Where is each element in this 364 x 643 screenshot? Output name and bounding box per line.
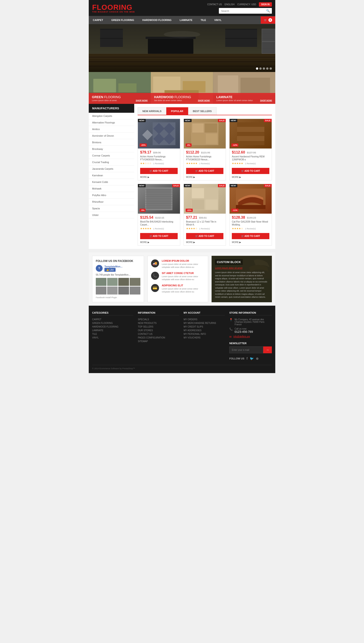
facebook-title: FOLLOW US ON FACEBOOK (96, 260, 140, 263)
hero-dot-4[interactable] (266, 67, 268, 70)
newsletter-submit-button[interactable]: → (263, 346, 272, 353)
rss-social-icon[interactable]: ⊛ (256, 357, 259, 360)
product-price-2: $112.20 (186, 150, 199, 154)
product-name-6: Cal-Flor GA12039 Stair Nose Wood Molding… (232, 220, 269, 226)
sidebar-item-axminster[interactable]: Axminster of Devon (89, 133, 134, 139)
footer-link-laminate[interactable]: LAMINATE (92, 329, 133, 332)
sidebar-item-rhinofloor[interactable]: Rhinofloor (89, 199, 134, 205)
nav-item-tile[interactable]: TILE (196, 16, 210, 24)
logo: FLOORING THE BIGGEST CHOICE ON THE WEB (92, 3, 135, 13)
sidebar-item-kersaint[interactable]: Kersaint Cobb (89, 179, 134, 185)
sidebar-title: MANUFACTURERS (89, 104, 134, 113)
search-button[interactable]: 🔍 (264, 8, 272, 14)
footer-link-vinyl[interactable]: VINYL (92, 336, 133, 339)
tab-best-sellers[interactable]: BEST SELLERS (188, 107, 216, 115)
add-to-cart-button-4[interactable]: 🛒 ADD TO CART (140, 233, 178, 239)
tab-new-arrivals[interactable]: NEW ARRIVALS (138, 107, 166, 115)
twitter-social-icon[interactable]: 🐦 (250, 357, 254, 360)
facebook-social-icon[interactable]: f (246, 357, 248, 360)
footer-link-my-orders[interactable]: MY ORDERS (184, 318, 225, 321)
add-to-cart-button-2[interactable]: 🛒 ADD TO CART (186, 168, 224, 174)
store-email-link[interactable]: info@deflink.org (234, 335, 250, 338)
footer: CATEGORIES CARPET GREEN FLOORING HARDWOO… (89, 306, 275, 373)
footer-link-credit-slips[interactable]: MY CREDIT SLIPS (184, 325, 225, 328)
nav-item-green-flooring[interactable]: GREEN FLOORING (107, 16, 138, 24)
hero-dot-5[interactable] (270, 67, 272, 70)
sidebar-item-spacia[interactable]: Spacia (89, 205, 134, 212)
add-to-cart-button-5[interactable]: 🛒 ADD TO CART (186, 233, 224, 239)
hero-dot-2[interactable] (259, 67, 262, 70)
sidebar-item-cormar[interactable]: Cormar Carpets (89, 152, 134, 159)
footer-link-hardwood[interactable]: HARDWOOD FLOORING (92, 325, 133, 328)
sidebar-item-ulster[interactable]: Ulster (89, 212, 134, 219)
more-link-1[interactable]: MORE ▶ (138, 176, 180, 180)
cart-button[interactable]: 🛒 0 (261, 17, 275, 24)
more-link-3[interactable]: MORE ▶ (230, 176, 272, 180)
more-link-5[interactable]: MORE ▶ (184, 241, 226, 245)
footer-link-our-stores[interactable]: OUR STORES (138, 329, 179, 332)
add-to-cart-button-1[interactable]: 🛒 ADD TO CART (140, 168, 178, 174)
currency-select[interactable]: CURRENCY: USD (237, 3, 256, 6)
footer-link-green-flooring[interactable]: GREEN FLOORING (92, 322, 133, 324)
footer-link-merchandise[interactable]: MY MERCHANDISE RETURNS (184, 322, 225, 324)
product-wood-svg-6 (236, 189, 266, 209)
svg-rect-41 (206, 134, 217, 144)
footer-link-tile[interactable]: TILE (92, 333, 133, 335)
sidebar-item-brintons[interactable]: Brintons (89, 139, 134, 146)
hero-dot-1[interactable] (256, 67, 258, 70)
svg-rect-1 (89, 54, 275, 56)
phone-icon: 📞 (229, 328, 233, 331)
more-link-6[interactable]: MORE ▶ (230, 241, 272, 245)
footer-link-addresses[interactable]: MY ADDRESSES (184, 329, 225, 332)
product-card-1: NEW! -20% $79.17 $98.96 Achim Home Furni… (138, 119, 180, 180)
sign-in-button[interactable]: SIGN IN (259, 2, 272, 7)
nav-item-laminate[interactable]: LAMINATE (176, 16, 196, 24)
nav-item-carpet[interactable]: CARPET (89, 16, 107, 24)
svg-point-19 (164, 31, 200, 38)
sidebar-item-karndean[interactable]: Karndean (89, 172, 134, 179)
more-link-2[interactable]: MORE ▶ (184, 176, 226, 180)
svg-rect-63 (206, 199, 218, 209)
newsletter-input[interactable] (229, 346, 263, 353)
more-link-4[interactable]: MORE ▶ (138, 241, 180, 245)
footer-link-contact-us[interactable]: CONTACT US (138, 333, 179, 335)
store-address: 📍 My Company, 42 avenue des Champs Elysé… (229, 318, 272, 326)
footer-link-sitemap[interactable]: SITEMAP (138, 340, 179, 343)
custom-block-link[interactable]: Lorem ipsum dolor sit amet (215, 267, 268, 269)
footer-link-specials[interactable]: SPECIALS (138, 318, 179, 321)
promo-shop-green[interactable]: SHOP NOW! (136, 99, 148, 102)
sidebar-item-jacaranda[interactable]: Jacaranda Carpets (89, 166, 134, 172)
hero-dot-3[interactable] (263, 67, 265, 70)
footer-link-new-products[interactable]: NEW PRODUCTS (138, 322, 179, 324)
promo-shop-laminate[interactable]: SHOP NOW! (260, 99, 272, 102)
sidebar-item-polyflor[interactable]: Polyflor Altro (89, 192, 134, 199)
sidebar-item-brockway[interactable]: Brockway (89, 146, 134, 152)
sidebar-item-abingdon[interactable]: Abingdon Carpets (89, 113, 134, 119)
info-item-3: 💳 ADIPISICING ELIT Lorem ipsum dolor sit… (151, 284, 204, 293)
sidebar-item-mohawk[interactable]: Mohawk (89, 185, 134, 192)
footer-link-personal-info[interactable]: MY PERSONAL INFO (184, 333, 225, 335)
nav-item-hardwood[interactable]: HARDWOOD FLOORING (138, 16, 176, 24)
contact-us-link[interactable]: CONTACT US (207, 3, 222, 6)
footer-link-pages-config[interactable]: PAGES CONFIGURATION (138, 336, 179, 339)
nav-item-vinyl[interactable]: VINYL (210, 16, 226, 24)
footer-link-vouchers[interactable]: MY VOUCHERS (184, 336, 225, 339)
footer-categories-title: CATEGORIES (92, 311, 133, 315)
product-img-1: NEW! -20% (138, 119, 180, 148)
language-select[interactable]: ENGLISH (224, 3, 234, 6)
footer-link-top-sellers[interactable]: TOP SELLERS (138, 325, 179, 328)
add-to-cart-button-6[interactable]: 🛒 ADD TO CART (232, 233, 269, 239)
footer-columns: CATEGORIES CARPET GREEN FLOORING HARDWOO… (92, 311, 272, 360)
sidebar-item-amtico[interactable]: Amtico (89, 126, 134, 133)
sidebar-item-alternative[interactable]: Alternative Floorings (89, 119, 134, 126)
promo-shop-hardwood[interactable]: SHOP NOW! (198, 99, 210, 102)
svg-rect-12 (100, 39, 123, 47)
search-input[interactable] (219, 9, 264, 14)
tab-popular[interactable]: POPULAR (166, 107, 188, 115)
footer-link-carpet[interactable]: CARPET (92, 318, 133, 321)
facebook-like-button[interactable]: 👍 Like (104, 268, 116, 272)
sidebar-item-crucial[interactable]: Crucial Trading (89, 159, 134, 166)
product-reviews-3: 1 Review(s) (245, 162, 256, 165)
footer-col-information: INFORMATION SPECIALS NEW PRODUCTS TOP SE… (138, 311, 179, 360)
add-to-cart-button-3[interactable]: 🛒 ADD TO CART (232, 168, 269, 174)
